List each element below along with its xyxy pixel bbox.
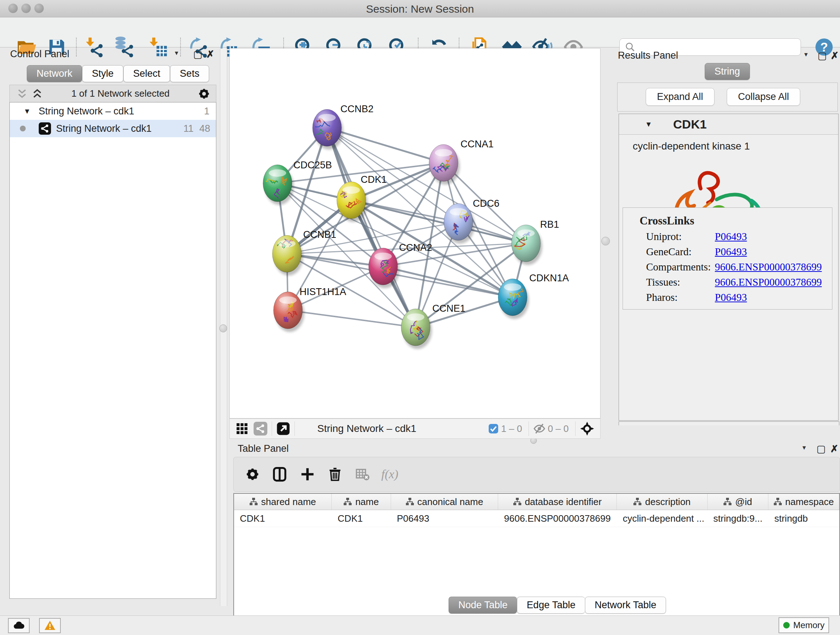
crosslink-row: Tissues:9606.ENSP00000378699 <box>646 276 832 288</box>
column-header-description[interactable]: description <box>617 494 707 510</box>
collection-expander-icon[interactable]: ▼ <box>24 107 31 116</box>
column-tree-icon <box>344 498 352 506</box>
tab-network[interactable]: Network <box>27 65 82 82</box>
netbar-separator <box>294 421 295 436</box>
birds-eye-grid-icon[interactable] <box>235 422 248 435</box>
add-column-icon[interactable] <box>300 467 315 481</box>
column-header-name[interactable]: name <box>332 494 391 510</box>
results-panel-close-button[interactable]: ✗ <box>831 50 839 62</box>
crosslink-value-link[interactable]: P06493 <box>715 291 747 303</box>
crosslink-value-link[interactable]: P06493 <box>715 246 747 258</box>
cloud-status-button[interactable] <box>8 618 30 633</box>
results-panel-tabs: String <box>705 63 750 80</box>
graph-node-CCNE1[interactable] <box>401 309 432 349</box>
crosslinks-box: CrossLinks Uniprot:P06493GeneCard:P06493… <box>622 207 832 310</box>
column-tree-icon <box>406 498 414 506</box>
column-header-id[interactable]: @id <box>707 494 769 510</box>
column-header-databaseidentifier[interactable]: database identifier <box>498 494 617 510</box>
expand-collapse-box: Expand All Collapse All <box>617 82 838 111</box>
network-node-count: 11 <box>183 123 194 134</box>
table-panel: Table Panel ▼ ▢ ✗ f(x) shared namenameca… <box>233 442 840 615</box>
tab-network-table[interactable]: Network Table <box>585 597 666 614</box>
memory-button[interactable]: Memory <box>778 617 829 633</box>
left-splitter[interactable] <box>220 49 227 606</box>
tab-sets[interactable]: Sets <box>170 65 209 82</box>
crosslink-value-link[interactable]: 9606.ENSP00000378699 <box>715 276 822 288</box>
control-panel-close-button[interactable]: ✗ <box>206 49 215 60</box>
table-panel-maximize-button[interactable]: ▢ <box>816 443 826 455</box>
network-canvas[interactable]: CCNB2CCNA1CDC25BCDK1CDC6RB1CCNB1CCNA2CDK… <box>229 48 600 418</box>
network-view-title: String Network – cdk1 <box>317 423 416 434</box>
hidden-eye-slash-icon <box>533 423 546 435</box>
crosslink-label: GeneCard: <box>646 246 715 258</box>
tab-select[interactable]: Select <box>123 65 170 82</box>
warning-icon <box>44 620 56 631</box>
tab-node-table[interactable]: Node Table <box>448 597 517 614</box>
column-header-canonicalname[interactable]: canonical name <box>391 494 498 510</box>
selected-checkbox-icon[interactable] <box>488 423 499 434</box>
control-panel-float-button[interactable]: ▼ <box>174 50 180 57</box>
results-panel-float-button[interactable]: ▼ <box>803 51 809 58</box>
table-cell[interactable]: CDK1 <box>332 510 391 527</box>
tab-edge-table[interactable]: Edge Table <box>517 597 585 614</box>
expand-all-networks-icon[interactable] <box>32 88 43 100</box>
table-panel-close-button[interactable]: ✗ <box>830 443 838 455</box>
table-options-gear-icon[interactable] <box>245 467 260 481</box>
gene-expander-icon[interactable]: ▼ <box>645 120 652 128</box>
column-header-sharedname[interactable]: shared name <box>234 494 332 510</box>
column-tree-icon <box>633 498 641 506</box>
gene-header[interactable]: ▼ CDK1 <box>619 114 838 135</box>
tab-string[interactable]: String <box>705 63 750 80</box>
results-panel-maximize-button[interactable]: ▢ <box>818 50 827 62</box>
right-splitter-handle[interactable] <box>601 237 610 245</box>
crosslinks-heading: CrossLinks <box>639 214 832 227</box>
network-collection-row[interactable]: ▼ String Network – cdk1 1 <box>10 103 216 120</box>
crosslink-row: Pharos:P06493 <box>646 291 832 303</box>
graph-node-CDKN1A[interactable] <box>498 279 529 319</box>
function-builder-button: f(x) <box>381 467 398 481</box>
delete-table-icon <box>355 467 370 481</box>
crosslink-value-link[interactable]: P06493 <box>715 231 747 242</box>
table-cell[interactable]: cyclin-dependent ... <box>617 510 707 527</box>
network-options-gear-icon[interactable] <box>198 88 210 100</box>
table-cell[interactable]: stringdb <box>768 510 839 527</box>
graph-node-CCNB2[interactable] <box>310 109 343 149</box>
table-body: CDK1CDK1P064939606.ENSP00000378699cyclin… <box>234 510 839 527</box>
node-table[interactable]: shared namenamecanonical namedatabase id… <box>233 493 840 635</box>
control-panel-maximize-button[interactable]: ▢ <box>193 49 202 60</box>
tab-style[interactable]: Style <box>82 65 123 82</box>
table-row[interactable]: CDK1CDK1P064939606.ENSP00000378699cyclin… <box>234 510 839 527</box>
crosslink-row: Compartments:9606.ENSP00000378699 <box>646 261 832 273</box>
crosslink-value-link[interactable]: 9606.ENSP00000378699 <box>715 261 822 273</box>
table-cell[interactable]: 9606.ENSP00000378699 <box>498 510 617 527</box>
hidden-counter: 0 – 0 <box>548 423 569 434</box>
delete-column-icon[interactable] <box>328 467 342 482</box>
gene-details-box: ▼ CDK1 cyclin-dependent kinase 1 <box>619 114 838 421</box>
collapse-all-button[interactable]: Collapse All <box>727 88 800 106</box>
table-cell[interactable]: CDK1 <box>234 510 332 527</box>
netbar-separator <box>529 421 529 436</box>
detach-view-icon[interactable] <box>276 422 290 435</box>
graph-node-CCNB1[interactable] <box>272 230 303 276</box>
table-panel-float-button[interactable]: ▼ <box>801 445 807 451</box>
show-columns-icon[interactable] <box>272 467 287 482</box>
collapse-all-networks-icon[interactable] <box>16 88 28 100</box>
graph-node-label-CDK1: CDK1 <box>361 174 387 185</box>
main-toolbar <box>0 17 840 48</box>
right-splitter[interactable] <box>600 49 615 440</box>
warnings-button[interactable] <box>39 618 61 633</box>
table-cell[interactable]: stringdb:9... <box>707 510 769 527</box>
graph-node-CDC6[interactable] <box>444 203 475 244</box>
collection-label: String Network – cdk1 <box>39 106 134 117</box>
left-splitter-handle[interactable] <box>219 325 227 333</box>
expand-all-button[interactable]: Expand All <box>646 88 714 106</box>
fit-content-crosshair-icon[interactable] <box>580 421 594 436</box>
graph-node-label-RB1: RB1 <box>540 219 559 230</box>
memory-label: Memory <box>793 620 825 630</box>
network-row[interactable]: String Network – cdk1 11 48 <box>10 120 216 137</box>
table-cell[interactable]: P06493 <box>391 510 498 527</box>
graph-node-label-CCNA2: CCNA2 <box>399 242 432 253</box>
network-type-share-icon[interactable] <box>254 422 267 435</box>
graph-node-HIST1H1A[interactable] <box>273 292 304 332</box>
column-header-namespace[interactable]: namespace <box>768 494 839 510</box>
